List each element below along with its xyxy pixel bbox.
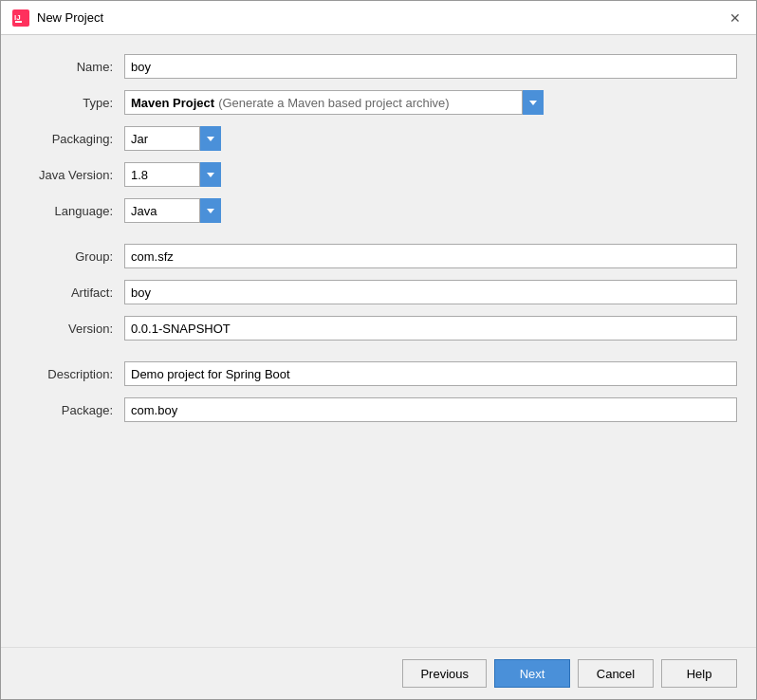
svg-text:IJ: IJ — [14, 13, 21, 22]
package-input[interactable] — [124, 397, 737, 422]
artifact-row: Artifact: — [20, 280, 737, 304]
type-row: Type: Maven Project (Generate a Maven ba… — [20, 90, 737, 115]
description-label: Description: — [20, 367, 124, 381]
language-select[interactable]: Java — [124, 198, 200, 223]
close-button[interactable]: ✕ — [726, 9, 745, 28]
name-label: Name: — [20, 60, 124, 74]
package-row: Package: — [20, 397, 737, 422]
java-version-select-wrap: 1.8 — [124, 162, 737, 187]
chevron-down-icon — [207, 173, 214, 177]
packaging-dropdown-button[interactable] — [200, 126, 221, 151]
name-input-wrap — [124, 54, 737, 79]
new-project-dialog: IJ New Project ✕ Name: Type: Maven Proje… — [0, 0, 757, 700]
language-label: Language: — [20, 204, 124, 218]
type-dropdown-button[interactable] — [523, 90, 544, 115]
java-version-row: Java Version: 1.8 — [20, 162, 737, 187]
chevron-down-icon — [207, 137, 214, 141]
cancel-button[interactable]: Cancel — [578, 659, 654, 688]
help-button[interactable]: Help — [661, 659, 737, 688]
name-row: Name: — [20, 54, 737, 79]
title-bar: IJ New Project ✕ — [1, 1, 756, 35]
name-input[interactable] — [124, 54, 737, 79]
group-label: Group: — [20, 249, 124, 264]
packaging-row: Packaging: Jar — [20, 126, 737, 151]
group-input[interactable] — [124, 244, 737, 268]
java-version-select[interactable]: 1.8 — [124, 162, 200, 187]
language-dropdown-button[interactable] — [200, 198, 221, 223]
language-row: Language: Java — [20, 198, 737, 223]
chevron-down-icon — [529, 101, 537, 105]
intellij-icon: IJ — [12, 9, 29, 27]
version-input[interactable] — [124, 316, 737, 341]
group-input-wrap — [124, 244, 737, 268]
packaging-value: Jar — [131, 132, 148, 146]
title-bar-left: IJ New Project — [12, 9, 103, 27]
group-row: Group: — [20, 244, 737, 268]
next-button[interactable]: Next — [494, 659, 570, 688]
language-select-wrap: Java — [124, 198, 737, 223]
version-input-wrap — [124, 316, 737, 341]
java-version-value: 1.8 — [131, 168, 148, 182]
artifact-input-wrap — [124, 280, 737, 304]
dialog-title: New Project — [37, 10, 103, 25]
chevron-down-icon — [207, 209, 214, 213]
artifact-input[interactable] — [124, 280, 737, 304]
type-select-wrap: Maven Project (Generate a Maven based pr… — [124, 90, 737, 115]
version-row: Version: — [20, 316, 737, 341]
previous-button[interactable]: Previous — [402, 659, 487, 688]
form-content: Name: Type: Maven Project (Generate a Ma… — [1, 35, 756, 647]
dialog-footer: Previous Next Cancel Help — [1, 647, 756, 699]
packaging-select-wrap: Jar — [124, 126, 737, 151]
divider-1 — [20, 234, 737, 244]
type-main-text: Maven Project — [131, 96, 214, 110]
packaging-label: Packaging: — [20, 132, 124, 146]
type-label: Type: — [20, 96, 124, 110]
package-input-wrap — [124, 397, 737, 422]
packaging-select[interactable]: Jar — [124, 126, 200, 151]
type-desc-text: (Generate a Maven based project archive) — [218, 96, 450, 110]
description-input-wrap — [124, 361, 737, 386]
package-label: Package: — [20, 403, 124, 417]
language-value: Java — [131, 204, 157, 218]
java-version-dropdown-button[interactable] — [200, 162, 221, 187]
description-input[interactable] — [124, 361, 737, 386]
description-row: Description: — [20, 361, 737, 386]
version-label: Version: — [20, 322, 124, 336]
artifact-label: Artifact: — [20, 286, 124, 300]
java-version-label: Java Version: — [20, 168, 124, 182]
type-select[interactable]: Maven Project (Generate a Maven based pr… — [124, 90, 523, 115]
divider-2 — [20, 352, 737, 361]
